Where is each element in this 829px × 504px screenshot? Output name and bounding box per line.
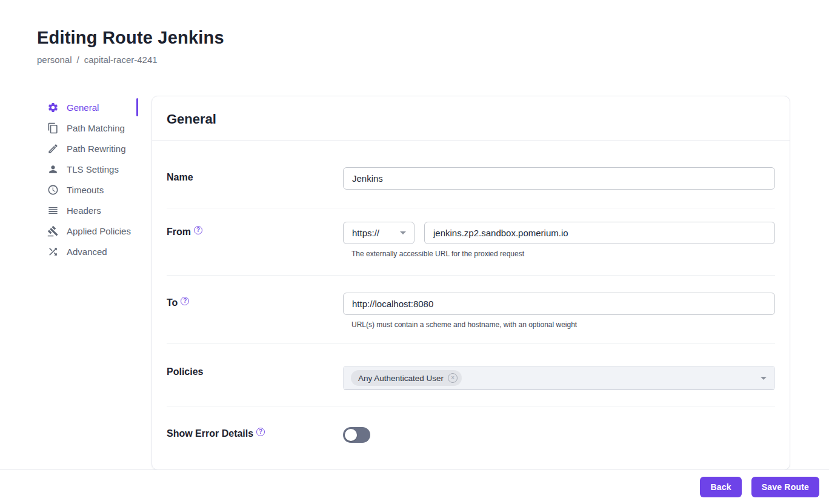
breadcrumb-separator: / — [77, 55, 79, 65]
clock-icon — [47, 184, 59, 196]
sidebar-item-general[interactable]: General — [36, 97, 138, 118]
copy-icon — [47, 122, 59, 134]
breadcrumb-cluster[interactable]: capital-racer-4241 — [84, 55, 158, 65]
from-label: From — [167, 227, 191, 237]
from-scheme-value: https:// — [352, 228, 379, 238]
chevron-down-icon — [761, 377, 767, 380]
gavel-icon — [47, 225, 59, 237]
to-label: To — [167, 297, 178, 308]
sidebar-item-label: General — [67, 102, 99, 113]
pencil-icon — [47, 143, 59, 154]
person-icon — [47, 164, 59, 175]
shuffle-icon — [47, 246, 59, 257]
from-helper-text: The externally accessible URL for the pr… — [351, 250, 775, 258]
chip-remove-icon[interactable]: ✕ — [448, 373, 458, 383]
sidebar-item-headers[interactable]: Headers — [36, 200, 138, 220]
from-host-input[interactable] — [424, 222, 775, 244]
to-field-row: To? URL(s) must contain a scheme and hos… — [167, 276, 775, 344]
card-header: General — [152, 96, 790, 141]
sidebar-item-label: Applied Policies — [67, 226, 131, 236]
sidebar-item-timeouts[interactable]: Timeouts — [36, 179, 138, 200]
gear-icon — [47, 102, 59, 113]
sidebar-item-label: Timeouts — [67, 185, 104, 195]
policy-chip-label: Any Authenticated User — [358, 374, 444, 383]
from-help-icon[interactable]: ? — [194, 226, 202, 234]
sidebar-item-advanced[interactable]: Advanced — [36, 241, 138, 262]
general-settings-card: General Name From? https:// The exte — [151, 96, 790, 470]
sidebar-item-label: TLS Settings — [67, 164, 119, 174]
active-tab-indicator — [136, 98, 138, 116]
policies-label: Policies — [167, 366, 343, 390]
settings-sidebar: General Path Matching Path Rewriting TLS… — [36, 96, 138, 262]
policy-chip[interactable]: Any Authenticated User ✕ — [351, 370, 462, 386]
show-error-details-label: Show Error Details — [167, 428, 253, 439]
sidebar-item-path-rewriting[interactable]: Path Rewriting — [36, 138, 138, 159]
name-label: Name — [167, 167, 343, 190]
from-field-row: From? https:// The externally accessible… — [167, 208, 775, 276]
content-area: General Path Matching Path Rewriting TLS… — [0, 96, 829, 470]
show-error-details-toggle[interactable] — [343, 427, 370, 443]
card-title: General — [167, 111, 216, 127]
sidebar-item-label: Headers — [67, 205, 101, 216]
toggle-knob — [345, 429, 357, 441]
name-field-row: Name — [167, 141, 775, 208]
to-helper-text: URL(s) must contain a scheme and hostnam… — [351, 320, 775, 329]
name-input[interactable] — [343, 167, 775, 190]
list-lines-icon — [47, 205, 59, 216]
breadcrumb-namespace[interactable]: personal — [37, 55, 72, 65]
back-button[interactable]: Back — [700, 477, 741, 497]
policies-field-row: Policies Any Authenticated User ✕ — [167, 344, 775, 406]
show-error-details-row: Show Error Details? — [167, 406, 775, 469]
page-header: Editing Route Jenkins personal / capital… — [0, 0, 829, 65]
to-help-icon[interactable]: ? — [181, 297, 189, 305]
sidebar-item-path-matching[interactable]: Path Matching — [36, 118, 138, 138]
sidebar-item-applied-policies[interactable]: Applied Policies — [36, 220, 138, 241]
page-title: Editing Route Jenkins — [37, 28, 790, 48]
sidebar-item-tls-settings[interactable]: TLS Settings — [36, 159, 138, 179]
action-footer: Back Save Route — [0, 469, 829, 504]
breadcrumb: personal / capital-racer-4241 — [37, 55, 790, 65]
sidebar-item-label: Path Matching — [67, 123, 125, 133]
to-input[interactable] — [343, 293, 775, 315]
sidebar-item-label: Advanced — [67, 247, 107, 257]
show-error-details-help-icon[interactable]: ? — [256, 428, 265, 436]
sidebar-item-label: Path Rewriting — [67, 144, 126, 154]
save-route-button[interactable]: Save Route — [751, 477, 819, 497]
from-scheme-select[interactable]: https:// — [343, 222, 414, 244]
policies-select[interactable]: Any Authenticated User ✕ — [343, 366, 775, 390]
chevron-down-icon — [400, 231, 406, 234]
